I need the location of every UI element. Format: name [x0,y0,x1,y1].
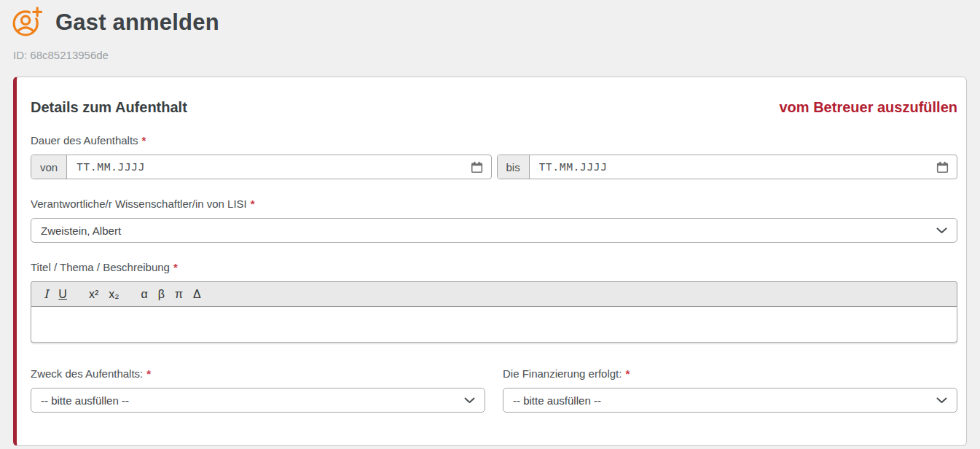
required-asterisk: * [625,367,630,380]
page-header: Gast anmelden [0,0,980,39]
superscript-button[interactable]: x² [84,287,103,302]
date-to-input[interactable] [530,161,936,173]
underline-button[interactable]: U [53,287,72,302]
italic-button[interactable]: I [39,287,53,302]
page-title: Gast anmelden [55,9,219,36]
pi-button[interactable]: π [170,287,188,302]
scientist-group: Verantwortliche/r Wissenschaftler/in von… [31,198,957,243]
details-card: Details zum Aufenthalt vom Betreuer ausz… [13,77,967,446]
card-header: Details zum Aufenthalt vom Betreuer ausz… [31,99,957,116]
duration-label: Dauer des Aufenthalts* [31,134,957,147]
duration-row: von bis [31,155,957,179]
date-from-group: von [31,155,492,179]
required-asterisk: * [251,198,255,210]
delta-button[interactable]: Δ [188,287,206,302]
chevron-down-icon [936,397,947,404]
calendar-icon[interactable] [936,161,949,173]
description-label: Titel / Thema / Beschreibung* [31,261,957,273]
richtext-toolbar: I U x² x₂ α β π Δ [31,281,957,307]
subscript-button[interactable]: x₂ [103,287,124,302]
bottom-row: Zweck des Aufenthalts:* -- bitte ausfüll… [31,367,957,413]
scientist-select-value: Zweistein, Albert [41,224,121,237]
purpose-group: Zweck des Aufenthalts:* -- bitte ausfüll… [31,367,485,413]
date-from-addon: von [31,155,67,179]
date-to-addon: bis [498,155,530,179]
chevron-down-icon [936,227,947,234]
required-asterisk: * [173,261,178,273]
date-to-group: bis [497,155,958,179]
description-editor[interactable] [31,307,957,343]
page: Gast anmelden ID: 68c85213956de Details … [0,0,980,449]
alpha-button[interactable]: α [136,287,152,302]
purpose-select[interactable]: -- bitte ausfüllen -- [31,388,485,413]
calendar-icon[interactable] [471,161,483,173]
funding-select[interactable]: -- bitte ausfüllen -- [503,388,957,413]
chevron-down-icon [464,397,475,404]
section-title: Details zum Aufenthalt [31,99,187,116]
purpose-label: Zweck des Aufenthalts:* [31,367,485,380]
purpose-select-value: -- bitte ausfüllen -- [41,394,129,407]
funding-label: Die Finanzierung erfolgt:* [503,367,957,380]
beta-button[interactable]: β [153,287,170,302]
required-asterisk: * [142,134,146,147]
description-group: Titel / Thema / Beschreibung* I U x² x₂ … [31,261,957,343]
funding-group: Die Finanzierung erfolgt:* -- bitte ausf… [503,367,957,413]
scientist-label: Verantwortliche/r Wissenschaftler/in von… [31,198,957,210]
scientist-select[interactable]: Zweistein, Albert [31,218,957,243]
user-plus-icon [10,6,44,39]
required-asterisk: * [146,367,151,380]
supervisor-note: vom Betreuer auszufüllen [779,99,957,116]
funding-select-value: -- bitte ausfüllen -- [513,394,601,407]
date-from-input[interactable] [67,161,470,173]
record-id: ID: 68c85213956de [13,49,980,61]
